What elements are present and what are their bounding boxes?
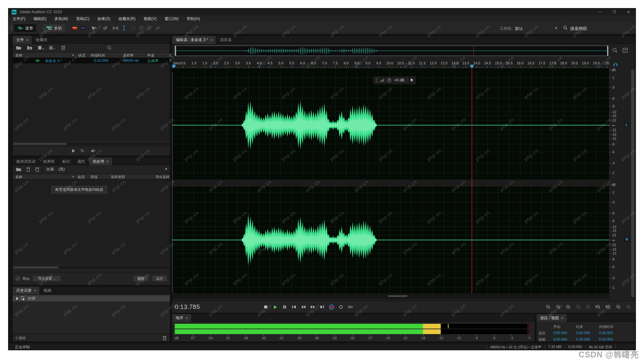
zoom-out-vertical[interactable] (554, 304, 561, 310)
selview-panel-menu-icon[interactable]: ≡ (561, 316, 563, 320)
files-hscrollbar[interactable] (13, 143, 169, 145)
batch-remove-icon[interactable] (26, 167, 30, 172)
tab-mixer[interactable]: 混音器 (216, 36, 235, 44)
help-search-icon[interactable] (563, 26, 568, 30)
stop-button[interactable] (262, 304, 269, 310)
waveform-display-button[interactable] (80, 25, 86, 31)
batch-hscrollbar[interactable] (13, 266, 169, 269)
waveform-view-button[interactable]: 波形 (14, 24, 36, 32)
rewind-button[interactable] (300, 304, 307, 310)
column-header-3[interactable]: 采样率 (123, 53, 134, 58)
tab-selection-view[interactable]: 选区 / 视图≡ (537, 314, 567, 322)
overview-right-handle[interactable] (607, 46, 608, 56)
batch-panel-menu-icon[interactable]: ≡ (106, 159, 108, 163)
import-file-icon[interactable] (27, 46, 32, 50)
close-button[interactable]: ✕ (621, 8, 636, 16)
column-header-2[interactable]: 阶段 (91, 175, 98, 180)
column-header-0[interactable]: 名称 (15, 53, 22, 58)
monitor-headphones-icon[interactable] (613, 62, 618, 66)
gain-hud[interactable]: +0 dB (373, 76, 416, 84)
zoom-navigator-icon[interactable] (612, 48, 618, 53)
ibeam-tool-selected[interactable] (121, 25, 127, 31)
tab-batch-process[interactable]: 批处理≡ (89, 158, 112, 165)
new-content-icon[interactable] (38, 46, 44, 50)
timeline-ruler[interactable]: hms0.51.01.52.02.53.03.54.04.55.05.56.06… (172, 60, 609, 69)
tab-history[interactable]: 历史记录≡ (13, 287, 40, 294)
pause-button[interactable] (281, 304, 288, 310)
time-display[interactable]: 0:13.785 (175, 303, 200, 310)
tab-levels[interactable]: 电平≡ (172, 314, 192, 322)
zoom-to-out-point[interactable] (605, 304, 612, 310)
fast-forward-button[interactable] (309, 304, 316, 310)
minimize-button[interactable]: ─ (593, 8, 607, 16)
channel-right-badge[interactable]: R (624, 237, 630, 242)
files-loop-icon[interactable]: ↻ (81, 148, 84, 153)
zoom-to-selection[interactable] (615, 304, 622, 310)
menu-item-8[interactable]: 帮助(H) (187, 16, 200, 22)
panel-menu-icon[interactable]: ≡ (26, 38, 28, 42)
loop-playback-button[interactable] (337, 304, 344, 310)
files-search-input[interactable] (106, 51, 168, 51)
favorite-dropdown-arrow[interactable]: ▼ (165, 168, 168, 171)
gain-knob[interactable] (386, 78, 392, 83)
lasso-selection-tool[interactable] (139, 25, 144, 31)
menu-item-7[interactable]: 窗口(W) (165, 16, 179, 22)
editor-panel-menu-icon[interactable]: ≡ (210, 38, 212, 42)
levels-panel-menu-icon[interactable]: ≡ (186, 316, 188, 320)
column-header-4[interactable]: 声道 (147, 53, 154, 58)
tab-markers[interactable]: 标记 (59, 158, 74, 165)
tab-files[interactable]: 文件≡ (13, 36, 32, 44)
export-checkbox[interactable]: ✓ (16, 276, 20, 280)
batch-open-icon[interactable] (16, 167, 21, 171)
files-autoplay-icon[interactable] (91, 149, 96, 153)
zoom-vertical-selection[interactable] (625, 304, 632, 310)
tab-favorites[interactable]: 收藏夹 (32, 36, 51, 44)
workspace-value[interactable]: 默认 (515, 26, 523, 31)
menu-item-3[interactable]: 剪辑(C) (76, 16, 89, 22)
time-selection-tool[interactable] (113, 25, 118, 31)
zoom-reset[interactable] (584, 304, 592, 310)
batch-clear-all-icon[interactable] (35, 167, 40, 172)
sort-ascending-icon[interactable]: ▲ (72, 175, 74, 178)
move-tool[interactable] (91, 25, 97, 31)
column-header-4[interactable]: 导出采样 (155, 175, 170, 180)
favorite-value[interactable]: (无) (59, 167, 65, 172)
play-button[interactable] (272, 304, 279, 310)
spectral-display-button[interactable] (72, 25, 78, 31)
overview-strip[interactable] (175, 46, 608, 56)
skip-to-start-button[interactable] (290, 304, 297, 310)
tab-effects-rack[interactable]: 效果组 (39, 158, 59, 165)
skip-to-end-button[interactable] (318, 304, 326, 310)
paintbrush-selection-tool[interactable] (146, 25, 152, 31)
history-trash-icon[interactable] (162, 335, 167, 340)
files-play-icon[interactable] (72, 149, 75, 153)
marquee-selection-tool[interactable] (130, 25, 136, 31)
column-header-1[interactable]: 状态 (78, 175, 85, 180)
panel-options-icon[interactable] (623, 48, 628, 53)
column-header-2[interactable]: 持续时间 (91, 53, 105, 58)
sort-ascending-icon[interactable]: ▲ (72, 53, 74, 56)
tab-editor[interactable]: 编辑器 : 未命名 3 *≡ (172, 36, 216, 44)
batch-undo-button[interactable]: 撤销 (133, 275, 149, 282)
history-entry-row[interactable]: 打开 (13, 295, 170, 301)
tab-video[interactable]: 视频 (40, 287, 55, 294)
overview-left-handle[interactable] (175, 46, 176, 56)
tab-media-browser[interactable]: 媒体浏览器 (13, 158, 39, 165)
column-header-0[interactable]: 名称 (15, 175, 22, 180)
zoom-in-vertical[interactable] (544, 304, 551, 310)
channel-left-badge[interactable]: L (624, 122, 629, 127)
open-file-icon[interactable] (16, 46, 21, 50)
zoom-to-in-point[interactable] (594, 304, 602, 310)
razor-tool[interactable] (102, 25, 108, 31)
batch-run-button[interactable]: 运行 (152, 275, 167, 282)
column-header-3[interactable]: 采样类型 (111, 175, 125, 180)
files-search-icon[interactable] (107, 46, 113, 50)
maximize-button[interactable]: ❐ (607, 8, 621, 16)
skip-cursor-button[interactable] (347, 304, 354, 310)
menu-item-0[interactable]: 文件(F) (13, 16, 25, 22)
help-search-input[interactable]: 搜索帮助 (570, 26, 587, 32)
trash-icon[interactable] (61, 45, 65, 50)
column-header-1[interactable]: 状态 (78, 53, 85, 58)
menu-item-1[interactable]: 编辑(E) (33, 16, 46, 22)
tab-properties[interactable]: 属性 (74, 158, 89, 165)
